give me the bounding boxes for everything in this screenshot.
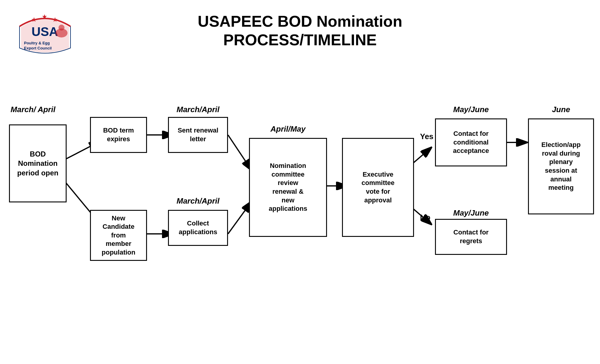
svg-point-5 [58, 25, 64, 31]
svg-line-16 [411, 147, 432, 165]
bod-term-box: BOD term expires [90, 117, 147, 153]
election-text: Election/app roval during plenary sessio… [542, 141, 581, 192]
svg-text:USA: USA [32, 25, 58, 39]
collect-apps-box: Collect applications [168, 210, 228, 246]
title-line2: PROCESS/TIMELINE [223, 31, 376, 49]
conditional-box: Contact for conditional acceptance [435, 118, 507, 166]
nom-label: April/May [249, 124, 327, 134]
regrets-label: May/June [435, 208, 507, 218]
exec-committee-text: Executive committee vote for approval [362, 170, 394, 204]
new-candidate-text: New Candidate from member population [102, 214, 135, 257]
conditional-label: May/June [435, 105, 507, 114]
svg-text:Export Council: Export Council [24, 46, 52, 50]
collect-apps-text: Collect applications [179, 219, 217, 236]
nom-committee-text: Nomination committee review renewal & ne… [269, 162, 307, 213]
start-box-text: BOD Nomination period open [17, 149, 58, 178]
start-label-text: March/ April [10, 105, 55, 114]
conditional-label-text: May/June [453, 105, 489, 114]
svg-line-13 [228, 135, 252, 171]
renewal-letter-box: Sent renewal letter [168, 117, 228, 153]
no-text: No [420, 213, 430, 222]
page-title: USAPEEC BOD Nomination PROCESS/TIMELINE [0, 0, 600, 55]
election-label-text: June [552, 105, 570, 114]
collect-label-text: March/April [176, 196, 219, 205]
election-label: June [528, 105, 594, 114]
election-box: Election/app roval during plenary sessio… [528, 118, 594, 214]
renewal-letter-text: Sent renewal letter [178, 126, 218, 143]
no-label: No [420, 213, 430, 222]
regrets-text: Contact for regrets [453, 228, 488, 245]
collect-label: March/April [168, 196, 228, 206]
renewal-label-text: March/April [176, 105, 219, 114]
conditional-text: Contact for conditional acceptance [453, 130, 489, 155]
new-candidate-box: New Candidate from member population [90, 210, 147, 261]
nom-label-text: April/May [270, 124, 305, 133]
exec-committee-box: Executive committee vote for approval [342, 138, 414, 237]
regrets-label-text: May/June [453, 208, 489, 217]
start-box: BOD Nomination period open [9, 124, 67, 202]
nom-committee-box: Nomination committee review renewal & ne… [249, 138, 327, 237]
svg-line-14 [228, 201, 252, 234]
yes-label: Yes [420, 132, 434, 141]
logo: ★ ★ ★ USA Poultry & Egg Export Council [15, 9, 75, 58]
regrets-box: Contact for regrets [435, 219, 507, 255]
yes-text: Yes [420, 132, 434, 141]
title-line1: USAPEEC BOD Nomination [198, 13, 402, 30]
start-period-label: March/ April [9, 105, 57, 114]
bod-term-text: BOD term expires [103, 126, 134, 143]
renewal-label: March/April [168, 105, 228, 114]
svg-text:Poultry & Egg: Poultry & Egg [24, 41, 50, 45]
flowchart: March/ April BOD Nomination period open … [0, 66, 600, 351]
